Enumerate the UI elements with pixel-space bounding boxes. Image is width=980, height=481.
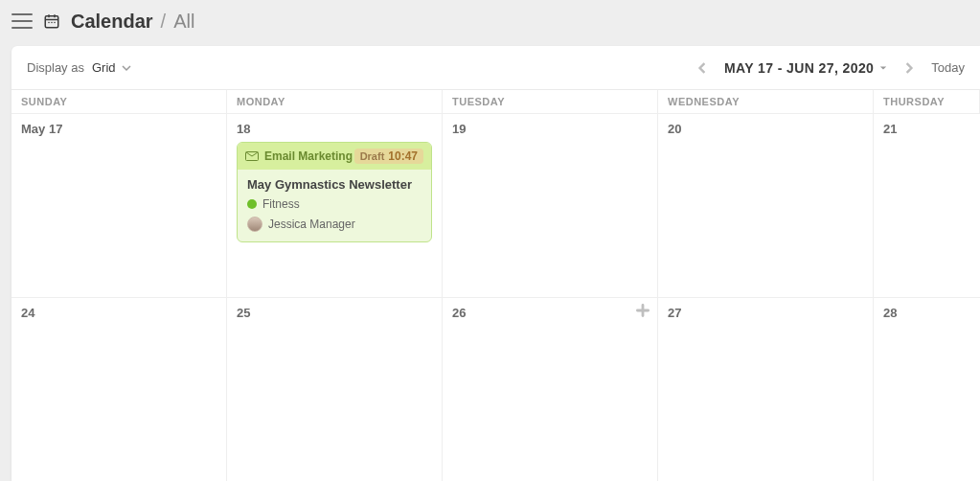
toolbar: Display as Grid MAY 17 - JUN 27, 2020 To…	[11, 46, 980, 90]
date-label: 21	[883, 122, 970, 136]
display-as-label: Display as	[27, 60, 84, 75]
event-title: May Gymnastics Newsletter	[247, 177, 422, 192]
date-label: 28	[883, 306, 970, 320]
calendar-grid: SUNDAY MONDAY TUESDAY WEDNESDAY THURSDAY…	[11, 90, 980, 481]
event-status-pill: Draft 10:47	[354, 149, 423, 164]
prev-button[interactable]	[694, 59, 711, 77]
caret-down-icon	[879, 64, 887, 72]
breadcrumb-filter[interactable]: All	[173, 11, 194, 33]
event-tag: Fitness	[247, 197, 422, 211]
event-header: Email Marketing Draft 10:47	[238, 143, 431, 170]
day-cell[interactable]: 28	[874, 297, 980, 481]
calendar-card: Display as Grid MAY 17 - JUN 27, 2020 To…	[11, 46, 980, 481]
day-cell[interactable]: 26	[443, 297, 658, 481]
date-label: May 17	[21, 122, 217, 136]
day-cell[interactable]: 24	[11, 297, 227, 481]
event-card[interactable]: Email Marketing Draft 10:47 May Gymnasti…	[237, 142, 432, 242]
day-cell[interactable]: 27	[658, 297, 874, 481]
event-time: 10:47	[388, 149, 418, 163]
date-label: 27	[668, 306, 863, 320]
svg-point-4	[48, 22, 50, 24]
page-title[interactable]: Calendar	[71, 11, 153, 33]
day-header-monday: MONDAY	[227, 90, 443, 113]
event-assignee-name: Jessica Manager	[268, 218, 355, 231]
day-header-tuesday: TUESDAY	[443, 90, 658, 113]
day-cell[interactable]: 19	[443, 113, 658, 297]
breadcrumb-separator: /	[161, 11, 167, 33]
date-label: 24	[21, 306, 217, 320]
date-label: 25	[237, 306, 432, 320]
calendar-icon	[42, 11, 61, 31]
day-cell[interactable]: 21	[874, 113, 980, 297]
day-header-thursday: THURSDAY	[874, 90, 980, 113]
menu-icon[interactable]	[11, 13, 33, 29]
day-cell[interactable]: 18 Email Marketing Draft 10:47	[227, 113, 443, 297]
plus-icon	[636, 304, 650, 317]
day-header-sunday: SUNDAY	[11, 90, 227, 113]
event-status: Draft	[360, 150, 385, 162]
chevron-left-icon	[696, 62, 708, 74]
day-cell[interactable]: 25	[227, 297, 443, 481]
day-cell[interactable]: May 17	[11, 113, 227, 297]
date-label: 20	[668, 122, 863, 136]
date-label: 18	[237, 122, 432, 136]
event-type-label: Email Marketing	[264, 149, 353, 163]
today-button[interactable]: Today	[931, 60, 965, 75]
display-as-select[interactable]: Grid	[92, 60, 131, 75]
display-as-value: Grid	[92, 60, 116, 75]
svg-point-5	[51, 22, 53, 24]
chevron-right-icon	[903, 62, 915, 74]
avatar	[247, 217, 262, 232]
tag-dot-icon	[247, 199, 257, 209]
event-assignee: Jessica Manager	[247, 217, 422, 232]
next-button[interactable]	[900, 59, 918, 77]
add-event-button[interactable]	[636, 304, 650, 321]
date-label: 26	[452, 306, 648, 320]
day-cell[interactable]: 20	[658, 113, 874, 297]
breadcrumb: Calendar / All	[71, 11, 194, 33]
day-header-wednesday: WEDNESDAY	[658, 90, 874, 113]
date-label: 19	[452, 122, 648, 136]
svg-point-6	[54, 22, 56, 24]
chevron-down-icon	[122, 63, 131, 73]
date-range-picker[interactable]: MAY 17 - JUN 27, 2020	[724, 60, 887, 76]
event-tag-label: Fitness	[262, 197, 300, 211]
date-range-label: MAY 17 - JUN 27, 2020	[724, 60, 874, 76]
email-icon	[245, 151, 259, 161]
